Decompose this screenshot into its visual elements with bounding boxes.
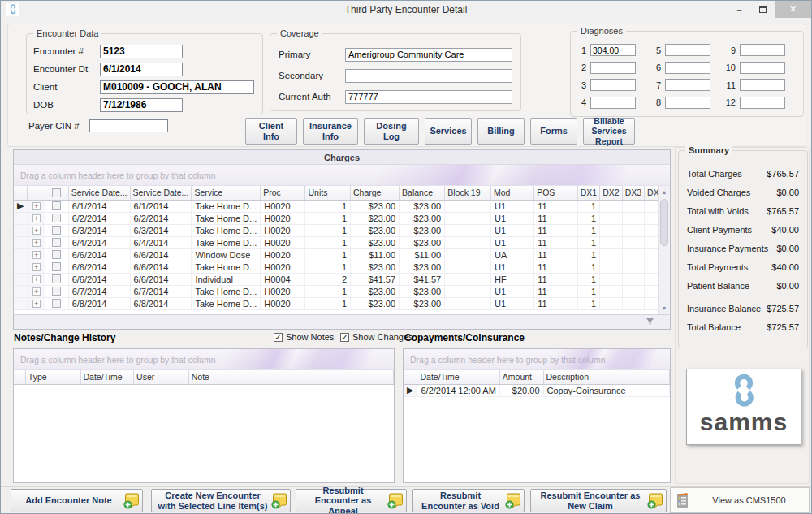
column-header[interactable]: DX3: [622, 186, 644, 200]
column-header[interactable]: Service: [192, 186, 261, 200]
maximize-button[interactable]: [751, 1, 775, 18]
row-checkbox-cell[interactable]: [45, 212, 68, 224]
column-header[interactable]: Service Date...: [68, 186, 130, 200]
row-checkbox-cell[interactable]: [45, 297, 68, 309]
row-expand-icon[interactable]: +: [32, 251, 41, 259]
column-header[interactable]: Date/Time: [417, 370, 499, 384]
column-header[interactable]: Type: [25, 370, 80, 384]
diagnosis-input[interactable]: [590, 44, 636, 56]
charges-group-panel[interactable]: Drag a column header here to group by th…: [14, 165, 670, 186]
row-select-checkbox[interactable]: [52, 201, 61, 210]
nav-button-dosing-log[interactable]: Dosing Log: [364, 118, 419, 145]
column-header[interactable]: POS: [534, 186, 578, 200]
grid-row[interactable]: +6/6/20146/6/2014Take Home D...H00201$23…: [14, 261, 670, 273]
row-checkbox-cell[interactable]: [45, 285, 68, 297]
row-expand-cell[interactable]: +: [28, 248, 45, 261]
view-as-cms1500-button[interactable]: View as CMS1500: [670, 487, 810, 513]
row-select-checkbox[interactable]: [52, 214, 61, 222]
column-header[interactable]: Block 19: [445, 186, 491, 200]
scroll-up-icon[interactable]: ▲: [659, 186, 670, 198]
encounter-field-input[interactable]: [100, 98, 183, 112]
row-expand-cell[interactable]: +: [28, 273, 45, 285]
footer-button-resubmit-encounter-as-void[interactable]: Resubmit Encounter as Void: [412, 489, 525, 512]
minimize-button[interactable]: –: [728, 1, 751, 18]
footer-button-add-encounter-note[interactable]: Add Encounter Note: [11, 489, 143, 512]
nav-button-services[interactable]: Services: [425, 118, 472, 145]
scroll-down-icon[interactable]: ▼: [659, 302, 670, 314]
row-select-checkbox[interactable]: [52, 299, 61, 308]
grid-row[interactable]: +6/2/20146/2/2014Take Home D...H00201$23…: [14, 212, 670, 224]
footer-button-resubmit-encounter-as-new-claim[interactable]: Resubmit Encounter as New Claim: [530, 489, 667, 512]
coverage-field-input[interactable]: [345, 90, 512, 104]
diagnosis-input[interactable]: [590, 79, 636, 91]
row-expand-cell[interactable]: +: [28, 297, 45, 309]
row-expand-cell[interactable]: +: [28, 236, 45, 248]
select-all-header[interactable]: [45, 186, 68, 200]
row-expand-cell[interactable]: +: [28, 224, 45, 236]
column-header[interactable]: Service Date...: [130, 186, 192, 200]
row-select-checkbox[interactable]: [52, 287, 61, 296]
row-expand-icon[interactable]: +: [32, 202, 41, 210]
nav-button-billing[interactable]: Billing: [477, 118, 525, 145]
column-header[interactable]: Charge: [351, 186, 400, 200]
nav-button-billable-services-report[interactable]: Billable Services Report: [583, 118, 635, 145]
show-changes-checkbox[interactable]: ✓: [340, 333, 349, 342]
row-select-checkbox[interactable]: [52, 250, 61, 259]
row-select-checkbox[interactable]: [52, 274, 61, 283]
column-header[interactable]: Amount: [499, 370, 543, 384]
nav-button-forms[interactable]: Forms: [530, 118, 577, 145]
column-header[interactable]: Description: [543, 370, 669, 384]
row-expand-cell[interactable]: +: [28, 261, 45, 273]
row-expand-icon[interactable]: +: [32, 287, 41, 296]
diagnosis-input[interactable]: [740, 44, 785, 56]
row-checkbox-cell[interactable]: [45, 224, 68, 236]
show-notes-checkbox[interactable]: ✓: [274, 333, 283, 342]
diagnosis-input[interactable]: [665, 62, 710, 74]
row-checkbox-cell[interactable]: [45, 248, 68, 261]
grid-row[interactable]: +6/6/20146/6/2014IndividualH00042$41.57$…: [14, 273, 670, 285]
column-header[interactable]: Balance: [400, 186, 445, 200]
row-expand-cell[interactable]: +: [28, 212, 45, 224]
column-header[interactable]: Proc: [261, 186, 305, 200]
row-expand-icon[interactable]: +: [32, 239, 41, 247]
grid-row[interactable]: ▶6/2/2014 12:00 AM$20.00Copay-Coinsuranc…: [404, 384, 670, 396]
grid-row[interactable]: +6/7/20146/7/2014Take Home D...H00201$23…: [14, 285, 670, 297]
row-expand-icon[interactable]: +: [32, 275, 41, 283]
select-all-checkbox[interactable]: [52, 188, 61, 197]
nav-button-client-info[interactable]: Client Info: [245, 118, 297, 145]
payer-cin-input[interactable]: [89, 119, 168, 132]
footer-button-create-new-encounter-with-selected-line-[interactable]: Create New Encounter with Selected Line …: [151, 489, 291, 512]
grid-row[interactable]: +6/8/20146/8/2014Take Home D...H00201$23…: [14, 297, 670, 309]
row-select-checkbox[interactable]: [52, 262, 61, 271]
coverage-field-input[interactable]: [345, 69, 512, 83]
row-checkbox-cell[interactable]: [45, 261, 68, 273]
encounter-field-input[interactable]: [100, 80, 254, 94]
row-expand-icon[interactable]: +: [32, 214, 41, 222]
diagnosis-input[interactable]: [590, 97, 636, 109]
nav-button-insurance-info[interactable]: Insurance Info: [303, 118, 358, 145]
row-checkbox-cell[interactable]: [45, 273, 68, 285]
grid-row[interactable]: +6/4/20146/4/2014Take Home D...H00201$23…: [14, 236, 670, 248]
coverage-field-input[interactable]: [345, 48, 512, 62]
footer-button-resubmit-encounter-as-appeal[interactable]: Resubmit Encounter as Appeal: [296, 489, 407, 512]
column-header[interactable]: Units: [305, 186, 351, 200]
diagnosis-input[interactable]: [740, 62, 785, 74]
copay-group-panel[interactable]: Drag a column header here to group by th…: [404, 349, 670, 370]
row-expand-cell[interactable]: +: [28, 285, 45, 297]
diagnosis-input[interactable]: [665, 44, 710, 56]
close-button[interactable]: ✕: [775, 1, 811, 18]
diagnosis-input[interactable]: [740, 79, 785, 91]
row-expand-icon[interactable]: +: [32, 300, 41, 308]
encounter-field-input[interactable]: [100, 45, 183, 58]
charges-vertical-scrollbar[interactable]: ▲ ▼: [658, 186, 670, 314]
grid-row[interactable]: +6/6/20146/6/2014Window DoseH00201$11.00…: [14, 248, 670, 261]
column-header[interactable]: Mod: [490, 186, 533, 200]
filter-icon[interactable]: [646, 318, 654, 326]
row-expand-cell[interactable]: +: [28, 200, 45, 212]
column-header[interactable]: Date/Time: [80, 370, 134, 384]
row-expand-icon[interactable]: +: [32, 227, 41, 235]
diagnosis-input[interactable]: [665, 97, 710, 109]
column-header[interactable]: DX2: [600, 186, 622, 200]
row-select-checkbox[interactable]: [52, 226, 61, 235]
encounter-field-input[interactable]: [100, 63, 183, 76]
